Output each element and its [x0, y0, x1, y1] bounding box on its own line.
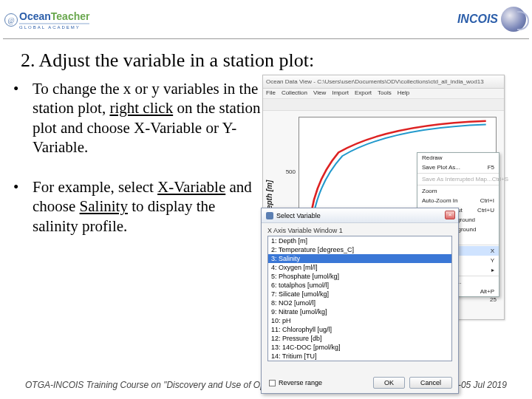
- slide: @ OceanTeacher GLOBAL ACADEMY INCOIS 2. …: [0, 0, 532, 399]
- menu-export[interactable]: Export: [355, 89, 372, 98]
- close-icon[interactable]: ×: [445, 211, 455, 219]
- menu-separator: [417, 173, 499, 174]
- app-toolbar[interactable]: [263, 99, 504, 111]
- y-tick: 500: [282, 168, 296, 175]
- bullet-2: For example, select X-Variable and choos…: [13, 177, 261, 236]
- list-option[interactable]: 7: Silicate [umol/kg]: [268, 290, 451, 299]
- b2a: For example, select: [33, 178, 157, 196]
- body: To change the x or y variables in the st…: [0, 79, 532, 256]
- app-titlebar: Ocean Data View - C:\Users\user\Document…: [263, 75, 504, 89]
- b1-underline: right click: [109, 99, 173, 117]
- dialog-icon: [266, 212, 273, 219]
- app-menubar[interactable]: FileCollectionViewImportExportToolsHelp: [263, 89, 504, 99]
- menu-view[interactable]: View: [313, 89, 326, 98]
- at-icon: @: [4, 13, 18, 27]
- app-title: Ocean Data View - C:\Users\user\Document…: [266, 78, 484, 85]
- list-option[interactable]: 5: Phosphate [umol/kg]: [268, 272, 451, 281]
- menu-separator: [417, 185, 499, 185]
- menu-collection[interactable]: Collection: [282, 89, 307, 98]
- menu-help[interactable]: Help: [398, 89, 409, 98]
- list-option[interactable]: 8: NO2 [umol/l]: [268, 299, 451, 307]
- list-option[interactable]: 13: 14C-DOC [pmol/kg]: [268, 343, 451, 352]
- select-variable-dialog: Select Variable × X Axis Variable Window…: [261, 208, 459, 394]
- list-option[interactable]: 1: Depth [m]: [268, 236, 451, 245]
- globe-icon: [501, 7, 526, 32]
- menu-item[interactable]: Save Plot As...F5: [417, 163, 499, 172]
- list-option[interactable]: 2: Temperature [degrees_C]: [268, 245, 451, 254]
- menu-import[interactable]: Import: [332, 89, 349, 98]
- list-option[interactable]: 10: pH: [268, 316, 451, 325]
- list-option[interactable]: 12: Pressure [db]: [268, 334, 451, 343]
- incois-logo: INCOIS: [445, 4, 526, 34]
- x-tick: 25: [490, 296, 497, 303]
- list-option[interactable]: 11: Chlorophyll [ug/l]: [268, 325, 451, 334]
- bullet-1: To change the x or y variables in the st…: [13, 79, 261, 157]
- menu-item[interactable]: Zoom: [417, 186, 499, 196]
- bullet-list: To change the x or y variables in the st…: [13, 79, 261, 236]
- ot-text: OceanTeacher GLOBAL ACADEMY: [19, 11, 89, 30]
- slide-title: 2. Adjust the variable in a station plot…: [0, 39, 532, 79]
- menu-tools[interactable]: Tools: [378, 89, 392, 98]
- checkbox-icon[interactable]: [269, 380, 276, 386]
- oceanteacher-logo: @ OceanTeacher GLOBAL ACADEMY: [4, 4, 115, 35]
- reverse-label: Reverse range: [279, 379, 322, 386]
- menu-item: Save As Interrupted Map...Ctrl+S: [417, 174, 499, 184]
- dialog-titlebar: Select Variable ×: [262, 208, 458, 223]
- reverse-checkbox[interactable]: Reverse range: [269, 379, 322, 386]
- menu-file[interactable]: File: [266, 89, 276, 98]
- ot-ga: GLOBAL ACADEMY: [19, 23, 89, 30]
- ok-button[interactable]: OK: [373, 377, 405, 389]
- dialog-buttons: OK Cancel: [373, 377, 452, 389]
- b2-u1: X-Variable: [157, 178, 225, 196]
- list-option[interactable]: 14: Tritium [TU]: [268, 352, 451, 361]
- list-option[interactable]: 3: Salinity: [268, 254, 451, 263]
- menu-item[interactable]: Auto-Zoom InCtrl+I: [417, 196, 499, 205]
- dialog-title: Select Variable: [276, 212, 321, 219]
- list-option[interactable]: 15: Helium [nmol/l]: [268, 361, 451, 361]
- text-column: To change the x or y variables in the st…: [6, 79, 261, 256]
- list-option[interactable]: 6: totalphos [umol/l]: [268, 281, 451, 290]
- header: @ OceanTeacher GLOBAL ACADEMY INCOIS: [0, 0, 532, 38]
- field-label: X Axis Variable Window 1: [262, 223, 458, 236]
- list-option[interactable]: 4: Oxygen [ml/l]: [268, 263, 451, 272]
- list-option[interactable]: 9: Nitrate [umol/kg]: [268, 307, 451, 316]
- graphic-column: Ocean Data View - C:\Users\user\Document…: [261, 79, 526, 256]
- cancel-button[interactable]: Cancel: [409, 377, 452, 389]
- ot-teacher: Teacher: [51, 10, 90, 22]
- variable-listbox[interactable]: 1: Depth [m]2: Temperature [degrees_C]3:…: [267, 236, 452, 361]
- ot-ocean: Ocean: [19, 10, 51, 22]
- incois-text: INCOIS: [457, 13, 498, 26]
- b2-u2: Salinity: [80, 197, 128, 215]
- menu-item[interactable]: Redraw: [417, 153, 499, 163]
